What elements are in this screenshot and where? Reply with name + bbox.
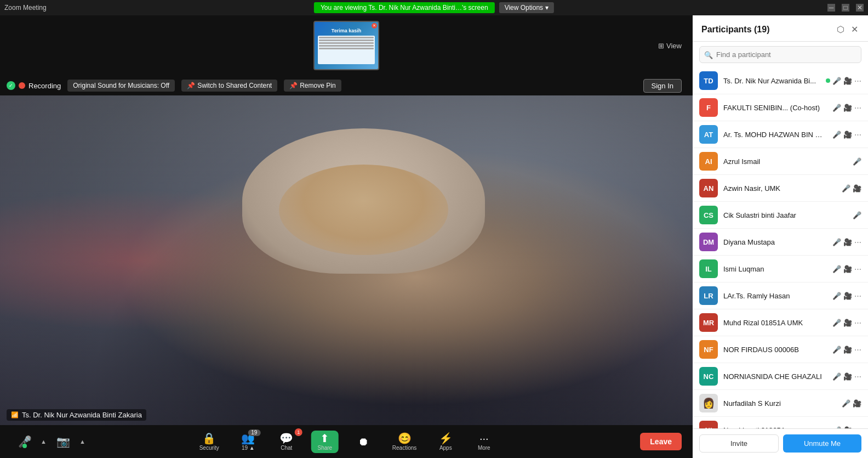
mute-icon: 🎤 <box>842 399 850 408</box>
video-area: Terima kasih ✕ ⊞ View Recording <box>0 15 693 458</box>
mute-icon: 🎤 <box>832 292 841 300</box>
viewing-banner: You are viewing Ts. Dr. Nik Nur Azwanida… <box>314 2 495 13</box>
participant-name: Azrul Ismail <box>723 157 847 166</box>
green-check-icon <box>7 81 15 90</box>
reactions-button[interactable]: 😊 Reactions <box>388 431 421 453</box>
video-participant-name: Ts. Dr. Nik Nur Azwanida Binti Zakaria <box>22 411 142 419</box>
video-icon: 🎥 <box>853 399 861 408</box>
participants-list: TD Ts. Dr. Nik Nur Azwanida Bi... 🎤🎥⋯ F … <box>693 67 868 428</box>
participant-icons: 🎤🎥⋯ <box>832 346 861 354</box>
original-sound-button[interactable]: Original Sound for Musicians: Off <box>67 80 175 92</box>
participant-icons: 🎤🎥⋯ <box>832 238 861 246</box>
participant-name: NOR FIRDAUS 00006B <box>723 346 827 354</box>
search-input[interactable] <box>699 46 861 63</box>
list-item: TD Ts. Dr. Nik Nur Azwanida Bi... 🎤🎥⋯ <box>693 67 868 94</box>
view-button[interactable]: ⊞ View <box>658 42 682 50</box>
avatar: F <box>699 98 718 117</box>
security-button[interactable]: 🔒 Security <box>195 431 224 453</box>
list-item: MR Muhd Rizal 01851A UMK 🎤🎥⋯ <box>693 309 868 336</box>
view-options-button[interactable]: View Options ▾ <box>499 2 554 13</box>
more-options-icon: ⋯ <box>854 238 861 246</box>
thumbnail-body <box>318 36 375 64</box>
signal-icon: 📶 <box>11 411 19 419</box>
apps-button[interactable]: ⚡ Apps <box>432 431 459 453</box>
list-item: NC NORNIASNIDA CHE GHAZALI 🎤🎥⋯ <box>693 363 868 390</box>
more-options-icon: ⋯ <box>854 292 861 300</box>
mute-icon: 🎤 <box>832 372 841 381</box>
more-options-icon: ⋯ <box>854 346 861 354</box>
leave-button[interactable]: Leave <box>640 433 682 450</box>
mute-icon: 🎤 <box>832 319 841 327</box>
mute-icon: 🎤 <box>842 184 850 193</box>
list-item: IL Ismi Luqman 🎤🎥⋯ <box>693 256 868 282</box>
more-options-icon: ⋯ <box>854 319 861 327</box>
avatar: NC <box>699 367 718 386</box>
search-wrapper: 🔍 <box>699 46 861 63</box>
video-icon: 🎥 <box>843 77 852 85</box>
record-button[interactable]: ⏺ <box>350 434 377 449</box>
avatar: NI <box>699 421 718 428</box>
more-button[interactable]: ··· More <box>470 431 498 453</box>
thumb-line-2 <box>319 39 374 41</box>
mute-icon: 🎤 <box>832 346 841 354</box>
avatar: LR <box>699 286 718 305</box>
participants-label: 19 ▲ <box>242 445 255 451</box>
participant-name: Muhd Rizal 01851A UMK <box>723 319 827 327</box>
thumb-line-4 <box>319 45 374 47</box>
chat-btn-wrapper: 💬 Chat 1 <box>273 431 300 453</box>
window-controls: ─ □ ✕ <box>827 4 864 12</box>
maximize-button[interactable]: □ <box>842 4 849 12</box>
invite-button[interactable]: Invite <box>699 434 779 453</box>
list-item: NI Nurul Izzati 01865A 🎤🎥⋯ <box>693 417 868 428</box>
more-icon: ··· <box>479 433 489 444</box>
panel-header: Participants (19) ⬡ ✕ <box>693 15 868 42</box>
avatar: IL <box>699 259 718 278</box>
unmute-me-button[interactable]: Unmute Me <box>783 434 861 453</box>
close-button[interactable]: ✕ <box>856 4 864 12</box>
avatar: TD <box>699 71 718 90</box>
more-label: More <box>478 445 490 451</box>
participant-icons: 🎤🎥⋯ <box>832 265 861 273</box>
main-area: Terima kasih ✕ ⊞ View Recording <box>0 15 868 458</box>
stop-video-button[interactable]: 📷 <box>50 434 77 449</box>
more-options-icon: ⋯ <box>854 131 861 139</box>
mute-button[interactable]: 🎤 <box>11 434 38 449</box>
thumb-line-1 <box>319 37 374 38</box>
participant-name: FAKULTI SENIBIN... (Co-host) <box>723 104 827 112</box>
mute-icon: 🎤 <box>832 238 841 246</box>
avatar: MR <box>699 313 718 332</box>
screen-thumbnail[interactable]: Terima kasih ✕ <box>313 21 379 70</box>
camera-off-icon: 📷 <box>56 436 70 447</box>
search-icon: 🔍 <box>704 50 713 59</box>
mic-options-button[interactable]: ▲ <box>39 438 48 445</box>
unpin-icon: 📌 <box>289 82 298 89</box>
share-label: Share <box>317 445 332 451</box>
security-icon: 🔒 <box>202 433 216 444</box>
participant-icons: 🎤🎥⋯ <box>832 131 861 139</box>
toolbar-center: 🔒 Security 👥 19 19 ▲ 💬 Chat 1 <box>195 431 498 453</box>
participants-count: 19 <box>248 429 260 436</box>
participant-icons: 🎤🎥 <box>842 399 861 408</box>
participant-name: Nurfadilah S Kurzi <box>723 399 836 408</box>
reactions-label: Reactions <box>392 445 416 451</box>
app-name: Zoom Meeting <box>4 4 47 12</box>
pop-out-button[interactable]: ⬡ <box>836 23 846 36</box>
security-label: Security <box>199 445 219 451</box>
toolbar-left: 🎤 ▲ 📷 ▲ <box>11 434 87 449</box>
sign-in-button[interactable]: Sign In <box>643 79 682 93</box>
thumbnail-close-icon[interactable]: ✕ <box>372 23 377 29</box>
video-options-button[interactable]: ▲ <box>78 438 87 445</box>
remove-pin-button[interactable]: 📌 Remove Pin <box>284 80 341 92</box>
view-icon: ⊞ <box>658 42 664 50</box>
list-item: AT Ar. Ts. MOHD HAZWAN BIN HA... 🎤🎥⋯ <box>693 121 868 148</box>
avatar: AT <box>699 125 718 144</box>
participants-button[interactable]: 👥 19 19 ▲ <box>235 431 262 453</box>
switch-content-button[interactable]: 📌 Switch to Shared Content <box>181 80 277 92</box>
share-button[interactable]: ⬆ Share <box>311 431 339 453</box>
minimize-button[interactable]: ─ <box>827 4 835 12</box>
participant-icons: 🎤🎥⋯ <box>832 372 861 381</box>
more-options-icon: ⋯ <box>854 104 861 112</box>
close-panel-button[interactable]: ✕ <box>850 23 859 36</box>
title-bar-center: You are viewing Ts. Dr. Nik Nur Azwanida… <box>314 2 554 13</box>
list-item: NF NOR FIRDAUS 00006B 🎤🎥⋯ <box>693 336 868 363</box>
